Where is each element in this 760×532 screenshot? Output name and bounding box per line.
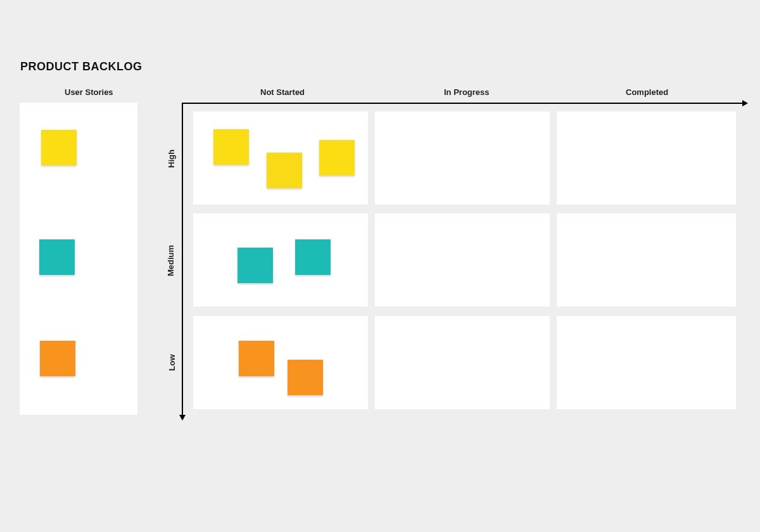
cell-medium-in-progress[interactable] <box>375 213 550 307</box>
sticky-note[interactable] <box>267 153 302 188</box>
backlog-panel[interactable] <box>20 103 137 415</box>
row-label-low: Low <box>167 355 177 371</box>
cell-high-completed[interactable] <box>557 111 736 205</box>
sticky-note[interactable] <box>239 341 274 376</box>
sticky-note[interactable] <box>319 140 355 175</box>
column-header-user-stories: User Stories <box>65 87 113 97</box>
cell-high-in-progress[interactable] <box>375 111 550 205</box>
sticky-note[interactable] <box>40 341 75 376</box>
x-axis-line <box>182 103 745 104</box>
sticky-note[interactable] <box>213 129 249 165</box>
page-title: PRODUCT BACKLOG <box>20 60 142 73</box>
x-axis-arrowhead-icon <box>742 100 748 106</box>
y-axis-line <box>182 103 183 417</box>
row-label-medium: Medium <box>166 245 175 276</box>
sticky-note[interactable] <box>295 239 331 275</box>
column-header-not-started: Not Started <box>260 87 305 97</box>
column-header-completed: Completed <box>626 87 668 97</box>
cell-medium-completed[interactable] <box>557 213 736 307</box>
sticky-note[interactable] <box>41 130 77 165</box>
cell-low-completed[interactable] <box>557 316 736 409</box>
cell-low-not-started[interactable] <box>193 316 368 409</box>
column-header-in-progress: In Progress <box>444 87 490 97</box>
y-axis-arrowhead-icon <box>179 415 186 421</box>
cell-medium-not-started[interactable] <box>193 213 368 307</box>
sticky-note[interactable] <box>288 360 323 395</box>
cell-low-in-progress[interactable] <box>375 316 550 409</box>
row-label-high: High <box>167 149 176 168</box>
sticky-note[interactable] <box>39 239 75 275</box>
sticky-note[interactable] <box>238 248 273 283</box>
